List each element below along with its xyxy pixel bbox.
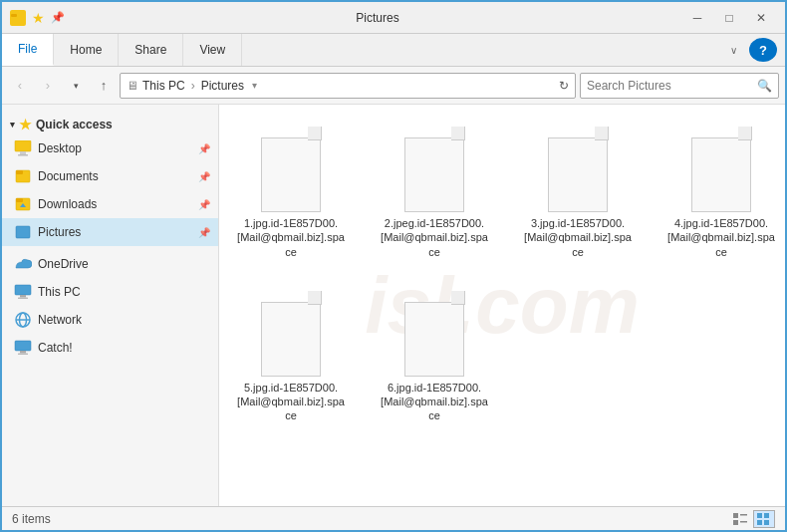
svg-rect-19 xyxy=(18,354,28,356)
svg-rect-24 xyxy=(757,513,762,518)
desktop-label: Desktop xyxy=(38,141,192,155)
sidebar-item-catch[interactable]: Catch! xyxy=(2,334,218,362)
file-icon-3 xyxy=(538,123,618,212)
icon-view-button[interactable] xyxy=(753,510,775,528)
file-item-4[interactable]: 4.jpg.id-1E857D00.[Mail@qbmail.biz].spac… xyxy=(661,117,781,265)
sidebar-item-pictures[interactable]: Pictures 📌 xyxy=(2,218,218,246)
file-name-4: 4.jpg.id-1E857D00.[Mail@qbmail.biz].spac… xyxy=(667,216,775,259)
file-icon-4 xyxy=(681,123,761,212)
maximize-button[interactable]: □ xyxy=(713,7,745,29)
thispc-icon xyxy=(14,283,32,301)
tab-share[interactable]: Share xyxy=(119,34,183,66)
ribbon-right: ∨ ? xyxy=(726,34,785,66)
main-content: ▾ ★ Quick access Desktop 📌 Documents xyxy=(2,105,785,506)
tab-home[interactable]: Home xyxy=(54,34,119,66)
file-item-1[interactable]: 1.jpg.id-1E857D00.[Mail@qbmail.biz].spac… xyxy=(231,117,351,265)
svg-rect-4 xyxy=(18,154,28,156)
back-button[interactable]: ‹ xyxy=(8,74,32,98)
address-icon: 🖥 xyxy=(127,79,138,93)
window-title: Pictures xyxy=(74,11,681,25)
file-icon-2 xyxy=(394,123,474,212)
tab-file[interactable]: File xyxy=(2,34,54,66)
sidebar-item-documents[interactable]: Documents 📌 xyxy=(2,162,218,190)
file-item-6[interactable]: 6.jpg.id-1E857D00.[Mail@qbmail.biz].spac… xyxy=(375,281,494,429)
minimize-button[interactable]: ─ xyxy=(681,7,713,29)
ribbon-tabs: File Home Share View ∨ ? xyxy=(2,34,785,66)
network-icon xyxy=(14,311,32,329)
svg-rect-10 xyxy=(16,226,30,238)
file-name-5: 5.jpg.id-1E857D00.[Mail@qbmail.biz].spac… xyxy=(237,381,345,423)
forward-button[interactable]: › xyxy=(36,74,60,98)
svg-rect-8 xyxy=(16,198,23,202)
sidebar-item-desktop[interactable]: Desktop 📌 xyxy=(2,134,218,162)
svg-rect-21 xyxy=(740,514,747,516)
address-pictures: Pictures xyxy=(201,79,244,93)
file-icon-6 xyxy=(394,287,474,377)
pictures-pin-icon: 📌 xyxy=(198,227,210,238)
up-button[interactable]: ↑ xyxy=(92,74,116,98)
sidebar-item-onedrive[interactable]: OneDrive xyxy=(2,250,218,278)
sidebar-item-thispc[interactable]: This PC xyxy=(2,278,218,306)
pictures-label: Pictures xyxy=(38,225,192,239)
chevron-icon: ▾ xyxy=(10,120,15,130)
close-button[interactable]: ✕ xyxy=(745,7,777,29)
other-section: OneDrive This PC Network xyxy=(2,250,218,362)
downloads-pin-icon: 📌 xyxy=(198,199,210,210)
catch-label: Catch! xyxy=(38,341,210,355)
documents-label: Documents xyxy=(38,169,192,183)
downloads-icon xyxy=(14,195,32,213)
pictures-icon xyxy=(14,223,32,241)
address-bar[interactable]: 🖥 This PC › Pictures ▾ ↻ xyxy=(120,73,576,99)
svg-rect-12 xyxy=(20,295,26,298)
file-name-3: 3.jpg.id-1E857D00.[Mail@qbmail.biz].spac… xyxy=(524,216,632,259)
sidebar-item-downloads[interactable]: Downloads 📌 xyxy=(2,190,218,218)
file-item-5[interactable]: 5.jpg.id-1E857D00.[Mail@qbmail.biz].spac… xyxy=(231,281,351,429)
svg-rect-17 xyxy=(15,341,31,351)
search-input[interactable] xyxy=(587,79,753,93)
svg-rect-13 xyxy=(18,298,28,300)
file-item-2[interactable]: 2.jpeg.id-1E857D00.[Mail@qbmail.biz].spa… xyxy=(375,117,494,265)
file-name-2: 2.jpeg.id-1E857D00.[Mail@qbmail.biz].spa… xyxy=(381,216,488,259)
title-bar: ★ 📌 Pictures ─ □ ✕ xyxy=(2,2,785,34)
svg-rect-11 xyxy=(15,285,31,295)
quick-access-header[interactable]: ▾ ★ Quick access xyxy=(2,111,218,134)
search-box[interactable]: 🔍 xyxy=(580,73,779,99)
tab-view[interactable]: View xyxy=(183,34,242,66)
onedrive-icon xyxy=(14,255,32,273)
help-button[interactable]: ? xyxy=(749,38,777,62)
file-name-6: 6.jpg.id-1E857D00.[Mail@qbmail.biz].spac… xyxy=(381,381,488,423)
explorer-window: ★ 📌 Pictures ─ □ ✕ File Home Share View … xyxy=(0,0,787,532)
file-area: isl.com 1.jpg.id-1E857D00.[Mail@qbmail.b… xyxy=(219,105,785,506)
item-count: 6 items xyxy=(12,512,51,526)
file-item-3[interactable]: 3.jpg.id-1E857D00.[Mail@qbmail.biz].spac… xyxy=(518,117,638,265)
svg-rect-27 xyxy=(764,520,769,525)
dropdown-button[interactable]: ▾ xyxy=(64,74,88,98)
quick-access-icon xyxy=(10,10,26,26)
star-sidebar-icon: ★ xyxy=(19,117,32,133)
sidebar-item-network[interactable]: Network xyxy=(2,306,218,334)
svg-rect-3 xyxy=(20,151,26,154)
star-icon: ★ xyxy=(30,10,46,26)
svg-rect-23 xyxy=(740,521,747,523)
status-bar: 6 items xyxy=(2,506,785,530)
refresh-icon[interactable]: ↻ xyxy=(559,79,569,93)
svg-rect-25 xyxy=(764,513,769,518)
list-view-button[interactable] xyxy=(729,510,751,528)
toolbar: ‹ › ▾ ↑ 🖥 This PC › Pictures ▾ ↻ 🔍 xyxy=(2,67,785,105)
ribbon: File Home Share View ∨ ? xyxy=(2,34,785,67)
svg-rect-26 xyxy=(757,520,762,525)
catch-icon xyxy=(14,339,32,357)
downloads-label: Downloads xyxy=(38,197,192,211)
sidebar: ▾ ★ Quick access Desktop 📌 Documents xyxy=(2,105,219,506)
pin-icon: 📌 xyxy=(50,10,66,26)
file-name-1: 1.jpg.id-1E857D00.[Mail@qbmail.biz].spac… xyxy=(237,216,345,259)
address-dropdown-icon[interactable]: ▾ xyxy=(252,80,257,91)
expand-ribbon-icon[interactable]: ∨ xyxy=(726,45,741,56)
address-thispc: This PC xyxy=(142,79,185,93)
window-controls: ─ □ ✕ xyxy=(681,7,777,29)
svg-rect-20 xyxy=(733,513,738,518)
desktop-pin-icon: 📌 xyxy=(198,143,210,154)
search-icon: 🔍 xyxy=(757,79,772,93)
files-grid: 1.jpg.id-1E857D00.[Mail@qbmail.biz].spac… xyxy=(231,117,773,429)
documents-pin-icon: 📌 xyxy=(198,171,210,182)
